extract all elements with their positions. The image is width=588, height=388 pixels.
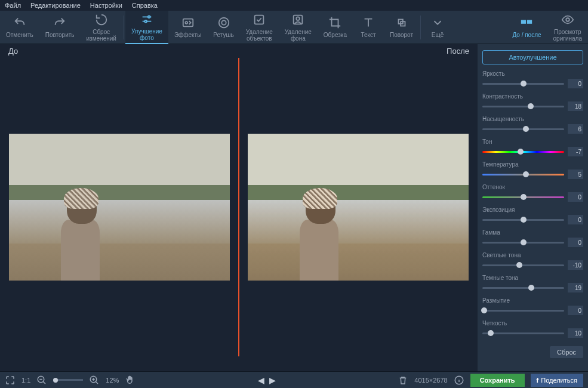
- slider-track[interactable]: [482, 174, 564, 175]
- redo-button[interactable]: Повторить: [39, 11, 81, 44]
- slider-track[interactable]: [482, 287, 564, 289]
- zoom-out-icon[interactable]: [36, 375, 47, 386]
- more-button[interactable]: Ещё: [422, 11, 453, 44]
- slider-thumb[interactable]: [528, 103, 534, 109]
- slider-track[interactable]: [482, 310, 564, 312]
- slider-тон: Тон-7: [482, 138, 583, 156]
- zoom-value: 12%: [106, 377, 119, 384]
- canvas-inner[interactable]: [0, 58, 478, 356]
- after-image: [248, 134, 469, 281]
- remove-objects-button[interactable]: Удаление объектов: [240, 11, 279, 44]
- slider-thumb[interactable]: [528, 285, 534, 291]
- eye-icon: [561, 13, 574, 26]
- compare-labels: До После: [0, 44, 478, 58]
- crop-icon: [328, 16, 341, 29]
- before-image: [9, 134, 230, 281]
- effects-button[interactable]: Эффекты: [168, 11, 207, 44]
- slider-thumb[interactable]: [523, 126, 529, 132]
- menu-file[interactable]: Файл: [5, 2, 21, 9]
- reset-changes-button[interactable]: Сброс изменений: [81, 11, 122, 44]
- menubar: Файл Редактирование Настройки Справка: [0, 0, 588, 11]
- after-pane: [239, 58, 478, 356]
- undo-button[interactable]: Отменить: [0, 11, 39, 44]
- compare-icon: [520, 16, 533, 29]
- share-button[interactable]: fПоделиться: [531, 374, 583, 387]
- remove-bg-button[interactable]: Удаление фона: [279, 11, 318, 44]
- slider-яркость: Яркость0: [482, 70, 583, 88]
- reset-sliders-button[interactable]: Сброс: [550, 346, 583, 358]
- svg-point-13: [566, 18, 569, 21]
- slider-track[interactable]: [482, 332, 564, 334]
- menu-edit[interactable]: Редактирование: [30, 2, 81, 9]
- remove-bg-icon: [291, 13, 304, 26]
- slider-label: Яркость: [482, 70, 583, 77]
- slider-четкость: Четкость10: [482, 320, 583, 338]
- menu-help[interactable]: Справка: [132, 2, 158, 9]
- slider-track[interactable]: [482, 83, 564, 85]
- fullscreen-icon[interactable]: [5, 375, 16, 386]
- zoom-slider[interactable]: [53, 379, 83, 381]
- view-original-button[interactable]: Просмотр оригинала: [547, 11, 588, 44]
- prev-image-button[interactable]: ◀: [258, 375, 264, 385]
- slider-track[interactable]: [482, 242, 564, 244]
- after-label: После: [447, 47, 469, 56]
- hand-icon[interactable]: [125, 375, 136, 386]
- slider-thumb[interactable]: [521, 239, 527, 245]
- dimensions-label: 4015×2678: [414, 377, 447, 384]
- slider-label: Светлые тона: [482, 252, 583, 258]
- slider-thumb[interactable]: [523, 171, 529, 177]
- slider-экспозиция: Экспозиция0: [482, 207, 583, 224]
- slider-track[interactable]: [482, 128, 564, 130]
- info-icon[interactable]: [454, 375, 464, 386]
- fit-label[interactable]: 1:1: [21, 377, 30, 384]
- menu-settings[interactable]: Настройки: [90, 2, 122, 9]
- slider-label: Контрастность: [482, 93, 583, 100]
- redo-icon: [53, 16, 66, 29]
- slider-value: 6: [568, 124, 583, 134]
- slider-label: Четкость: [482, 320, 583, 327]
- chevron-down-icon: [431, 16, 444, 29]
- auto-enhance-button[interactable]: Автоулучшение: [482, 50, 583, 64]
- slider-track[interactable]: [482, 151, 564, 153]
- slider-label: Насыщенность: [482, 116, 583, 122]
- svg-point-0: [148, 16, 150, 18]
- slider-thumb[interactable]: [516, 262, 522, 268]
- separator: [420, 16, 421, 39]
- zoom-slider-thumb[interactable]: [53, 378, 58, 383]
- slider-track[interactable]: [482, 264, 564, 266]
- compare-divider[interactable]: [238, 58, 239, 356]
- next-image-button[interactable]: ▶: [269, 375, 276, 385]
- crop-button[interactable]: Обрезка: [318, 11, 353, 44]
- text-button[interactable]: Текст: [353, 11, 384, 44]
- svg-rect-11: [521, 20, 526, 23]
- slider-размытие: Размытие0: [482, 297, 583, 315]
- delete-icon[interactable]: [398, 375, 408, 386]
- slider-label: Темные тона: [482, 275, 583, 281]
- sliders-icon: [140, 13, 153, 26]
- slider-светлые тона: Светлые тона-10: [482, 252, 583, 270]
- retouch-button[interactable]: Ретушь: [207, 11, 239, 44]
- svg-rect-6: [255, 15, 264, 24]
- svg-point-1: [144, 20, 147, 22]
- slider-label: Тон: [482, 138, 583, 145]
- rotate-icon: [395, 16, 408, 29]
- before-pane: [0, 58, 239, 356]
- slider-track[interactable]: [482, 196, 564, 198]
- enhance-button[interactable]: Улучшение фото: [125, 11, 168, 44]
- slider-value: -7: [568, 147, 583, 156]
- slider-value: 18: [568, 101, 583, 111]
- slider-thumb[interactable]: [481, 307, 487, 313]
- slider-track[interactable]: [482, 106, 564, 107]
- slider-label: Температура: [482, 161, 583, 168]
- save-button[interactable]: Сохранить: [470, 374, 525, 387]
- zoom-in-icon[interactable]: [89, 375, 100, 386]
- slider-thumb[interactable]: [521, 217, 527, 223]
- rotate-button[interactable]: Поворот: [384, 11, 419, 44]
- slider-thumb[interactable]: [521, 194, 527, 200]
- slider-track[interactable]: [482, 219, 564, 221]
- slider-thumb[interactable]: [518, 149, 524, 155]
- before-after-button[interactable]: До / после: [506, 11, 547, 44]
- slider-value: -10: [568, 260, 583, 270]
- slider-thumb[interactable]: [521, 81, 527, 87]
- slider-thumb[interactable]: [488, 330, 494, 336]
